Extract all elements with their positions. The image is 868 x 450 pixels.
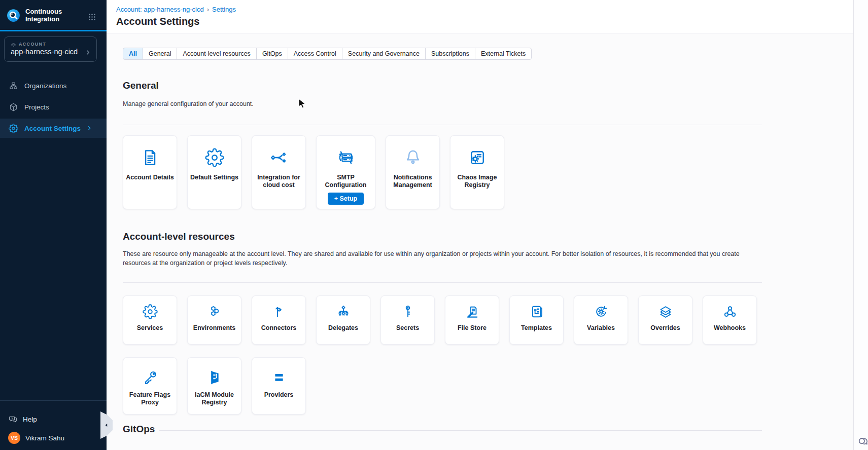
card-integration-for-cloud-cost[interactable]: Integration for cloud cost xyxy=(252,135,306,209)
tab-strip: AllGeneralAccount-level resourcesGitOpsA… xyxy=(123,48,532,60)
tab-access-control[interactable]: Access Control xyxy=(288,48,342,60)
tab-gitops[interactable]: GitOps xyxy=(256,48,288,60)
main-content: Account: app-harness-ng-cicd › Settings … xyxy=(107,0,868,450)
account-details-icon xyxy=(141,148,160,167)
sidebar-item-organizations[interactable]: Organizations xyxy=(0,76,107,95)
account-level-section-divider xyxy=(123,282,762,283)
sidebar-accent-line xyxy=(0,30,107,31)
projects-icon xyxy=(9,102,18,112)
breadcrumb-account-link[interactable]: Account: app-harness-ng-cicd xyxy=(116,6,204,13)
tab-general[interactable]: General xyxy=(143,48,177,60)
card-webhooks[interactable]: Webhooks xyxy=(703,295,757,345)
card-smtp-configuration[interactable]: SMTP Configuration+ Setup xyxy=(316,135,375,209)
tab-external-tickets[interactable]: External Tickets xyxy=(475,48,532,60)
card-templates[interactable]: Templates xyxy=(509,295,564,345)
sidebar-header: Continuous Integration xyxy=(7,8,78,23)
card-label: Services xyxy=(135,324,165,332)
cloud-cost-integration-icon xyxy=(269,148,289,167)
smtp-setup-button[interactable]: + Setup xyxy=(328,193,364,205)
card-label: Overrides xyxy=(648,324,682,332)
card-label: Chaos Image Registry xyxy=(450,174,504,189)
app-window: Continuous Integration ACCOUNT app-harne… xyxy=(0,0,868,450)
sidebar-nav: OrganizationsProjectsAccount Settings xyxy=(0,76,107,140)
card-label: Secrets xyxy=(394,324,421,332)
breadcrumb: Account: app-harness-ng-cicd › Settings xyxy=(116,6,236,13)
collapse-left-arrow-icon xyxy=(104,423,109,428)
help-label: Help xyxy=(23,416,37,423)
tab-account-level-resources[interactable]: Account-level resources xyxy=(177,48,256,60)
page-header: Account: app-harness-ng-cicd › Settings … xyxy=(107,0,868,33)
module-title: Continuous Integration xyxy=(25,8,78,23)
services-icon xyxy=(143,304,158,319)
account-box-icon xyxy=(11,41,16,47)
card-label: Account Details xyxy=(124,174,176,181)
general-section-divider xyxy=(123,125,762,125)
providers-icon xyxy=(270,369,288,386)
card-label: Integration for cloud cost xyxy=(252,174,305,189)
settings-gear-icon xyxy=(9,124,18,133)
card-label: Connectors xyxy=(259,324,298,332)
general-section-description: Manage general configuration of your acc… xyxy=(123,99,254,108)
card-iacm-module-registry[interactable]: IaCM Module Registry xyxy=(187,357,241,415)
card-notifications-management[interactable]: Notifications Management xyxy=(386,135,440,209)
card-default-settings[interactable]: Default Settings xyxy=(187,135,241,209)
user-menu[interactable]: VS Vikram Sahu xyxy=(8,432,64,444)
resource-center-chat-icon[interactable] xyxy=(856,434,868,447)
default-settings-icon xyxy=(205,148,224,167)
card-label: Default Settings xyxy=(188,174,240,181)
page-title: Account Settings xyxy=(116,16,199,27)
breadcrumb-settings-link[interactable]: Settings xyxy=(212,6,236,13)
account-level-cards-row-2: Feature Flags ProxyIaCM Module RegistryP… xyxy=(123,357,306,415)
sidebar-item-account-settings[interactable]: Account Settings xyxy=(0,119,107,138)
account-level-cards-row-1: ServicesEnvironmentsConnectorsDelegatesS… xyxy=(123,295,757,345)
card-environments[interactable]: Environments xyxy=(187,295,241,345)
webhooks-icon xyxy=(722,304,738,319)
chaos-image-registry-icon xyxy=(468,148,487,167)
account-selector[interactable]: ACCOUNT app-harness-ng-cicd xyxy=(4,36,97,62)
card-account-details[interactable]: Account Details xyxy=(123,135,177,209)
card-label: Webhooks xyxy=(712,324,748,332)
chevron-right-icon xyxy=(85,49,91,55)
templates-icon xyxy=(529,304,544,319)
mouse-cursor-icon xyxy=(298,98,306,109)
card-providers[interactable]: Providers xyxy=(252,357,306,415)
card-secrets[interactable]: Secrets xyxy=(380,295,435,345)
card-variables[interactable]: Variables xyxy=(574,295,628,345)
card-label: SMTP Configuration xyxy=(317,174,375,189)
card-services[interactable]: Services xyxy=(123,295,177,345)
variables-icon xyxy=(594,304,609,319)
delegates-icon xyxy=(336,304,351,319)
file-store-icon xyxy=(465,304,480,319)
card-label: Templates xyxy=(519,324,554,332)
account-level-section-description: These are resource only manageable at th… xyxy=(123,249,761,268)
card-feature-flags-proxy[interactable]: Feature Flags Proxy xyxy=(123,357,177,415)
card-chaos-image-registry[interactable]: Chaos Image Registry xyxy=(450,135,504,209)
gitops-section-divider xyxy=(159,430,762,431)
card-label: File Store xyxy=(456,324,489,332)
help-chat-icon: ? xyxy=(8,415,18,424)
sidebar: Continuous Integration ACCOUNT app-harne… xyxy=(0,0,107,450)
overrides-icon xyxy=(658,304,673,319)
sidebar-item-projects[interactable]: Projects xyxy=(0,97,107,117)
card-label: Environments xyxy=(191,324,237,332)
module-switcher-grid-icon[interactable] xyxy=(88,13,96,21)
user-name: Vikram Sahu xyxy=(25,434,64,442)
help-button[interactable]: ? Help xyxy=(8,415,37,424)
sidebar-item-label: Organizations xyxy=(24,82,66,90)
card-overrides[interactable]: Overrides xyxy=(638,295,692,345)
breadcrumb-separator: › xyxy=(207,6,209,13)
account-name: app-harness-ng-cicd xyxy=(11,48,78,56)
card-file-store[interactable]: File Store xyxy=(445,295,499,345)
tab-subscriptions[interactable]: Subscriptions xyxy=(425,48,475,60)
tab-security-and-governance[interactable]: Security and Governance xyxy=(342,48,426,60)
sidebar-divider xyxy=(0,400,107,401)
account-level-section-title: Account-level resources xyxy=(123,231,235,242)
tab-all[interactable]: All xyxy=(123,48,143,60)
card-delegates[interactable]: Delegates xyxy=(316,295,370,345)
card-connectors[interactable]: Connectors xyxy=(252,295,306,345)
sidebar-item-label: Projects xyxy=(24,103,49,111)
card-label: Notifications Management xyxy=(386,174,439,189)
card-label: Providers xyxy=(262,391,296,399)
general-section-title: General xyxy=(123,80,159,91)
connectors-icon xyxy=(271,304,287,319)
